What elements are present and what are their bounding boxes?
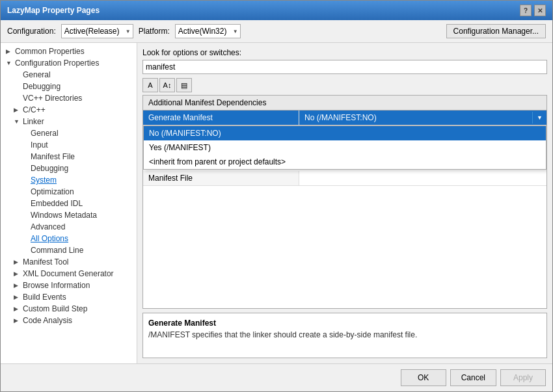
sort-button[interactable]: A↕ [159, 78, 175, 92]
property-value[interactable]: No (/MANIFEST:NO) ▼ [299, 111, 546, 125]
sidebar-item-label: Embedded IDL [31, 199, 83, 208]
main-area: ▶Common Properties▼Configuration Propert… [1, 43, 552, 363]
sidebar-item-label: Input [31, 140, 48, 150]
sidebar-item-label: C/C++ [23, 105, 46, 114]
sidebar-item-linker-system[interactable]: System [1, 174, 137, 186]
property-pages-dialog: LazyMap Property Pages ? ✕ Configuration… [0, 0, 553, 392]
sidebar-item-linker-windows-metadata[interactable]: Windows Metadata [1, 209, 137, 221]
expand-icon: ▶ [14, 282, 20, 289]
sidebar: ▶Common Properties▼Configuration Propert… [1, 43, 137, 363]
ok-button[interactable]: OK [401, 369, 446, 386]
search-label: Look for options or switches: [142, 48, 547, 57]
config-select-wrapper[interactable]: Active(Release) [61, 24, 133, 38]
dropdown-arrow-icon[interactable]: ▼ [532, 112, 546, 124]
expand-icon: ▼ [14, 118, 20, 125]
dialog-title: LazyMap Property Pages [7, 6, 100, 15]
property-key: Generate Manifest [143, 111, 299, 125]
expand-icon: ▼ [6, 60, 12, 66]
platform-select[interactable]: Active(Win32) [175, 24, 241, 38]
sidebar-item-label: XML Document Generator [23, 269, 114, 278]
expand-icon: ▶ [14, 259, 20, 265]
help-button[interactable]: ? [520, 5, 532, 16]
grid-button[interactable]: ▤ [176, 78, 192, 92]
sidebar-item-label: VC++ Directories [23, 94, 82, 103]
description-text: /MANIFEST specifies that the linker shou… [148, 330, 541, 339]
sidebar-item-linker-input[interactable]: Input [1, 139, 137, 151]
sidebar-item-debugging[interactable]: Debugging [1, 81, 137, 92]
expand-icon: ▶ [6, 48, 12, 55]
properties-table: Additional Manifest Dependencies Generat… [142, 95, 547, 309]
sidebar-item-linker-general[interactable]: General [1, 127, 137, 139]
sidebar-item-label: Build Events [23, 293, 66, 302]
sidebar-item-label: Common Properties [15, 47, 85, 56]
sidebar-item-linker-advanced[interactable]: Advanced [1, 221, 137, 233]
sidebar-item-label: Browse Information [23, 281, 90, 290]
sidebar-item-label: Windows Metadata [31, 211, 97, 220]
sidebar-item-custom-build-step[interactable]: ▶Custom Build Step [1, 303, 137, 315]
sidebar-item-build-events[interactable]: ▶Build Events [1, 291, 137, 303]
table-row[interactable]: Generate Manifest No (/MANIFEST:NO) ▼ [143, 111, 546, 125]
sidebar-item-label: General [31, 129, 59, 138]
toolbar-row: A A↕ ▤ [142, 78, 547, 92]
sidebar-item-label: Advanced [31, 222, 65, 231]
sidebar-item-code-analysis[interactable]: ▶Code Analysis [1, 315, 137, 326]
bottom-buttons: OK Cancel Apply [1, 363, 552, 391]
dropdown-option[interactable]: Yes (/MANIFEST) [144, 140, 546, 155]
title-bar: LazyMap Property Pages ? ✕ [1, 1, 552, 20]
title-bar-controls: ? ✕ [520, 5, 546, 16]
sidebar-item-common-properties[interactable]: ▶Common Properties [1, 46, 137, 57]
property-key: Manifest File [143, 171, 299, 185]
sidebar-item-manifest-tool[interactable]: ▶Manifest Tool [1, 256, 137, 268]
config-manager-button[interactable]: Configuration Manager... [446, 24, 546, 38]
cancel-button[interactable]: Cancel [450, 369, 496, 386]
sidebar-item-general[interactable]: General [1, 69, 137, 81]
expand-icon: ▶ [14, 294, 20, 300]
sidebar-item-label: Optimization [31, 187, 74, 196]
expand-icon: ▶ [14, 107, 20, 113]
apply-button[interactable]: Apply [500, 369, 546, 386]
platform-select-wrapper[interactable]: Active(Win32) [175, 24, 241, 38]
dropdown-option[interactable]: No (/MANIFEST:NO) [144, 126, 546, 140]
expand-icon: ▶ [14, 317, 20, 324]
table-row[interactable]: Manifest File [143, 171, 546, 186]
description-title: Generate Manifest [148, 319, 541, 328]
sidebar-item-label: Custom Build Step [23, 304, 87, 313]
search-input[interactable] [142, 60, 547, 74]
content-area: Look for options or switches: A A↕ ▤ Add… [137, 43, 552, 363]
sidebar-item-label: General [23, 70, 51, 79]
sidebar-item-vc-directories[interactable]: VC++ Directories [1, 92, 137, 104]
sidebar-item-label: System [31, 176, 57, 185]
sidebar-item-linker-debugging[interactable]: Debugging [1, 163, 137, 174]
sidebar-item-label: Manifest File [31, 152, 75, 161]
expand-icon: ▶ [14, 306, 20, 312]
sidebar-item-linker-all-options[interactable]: All Options [1, 233, 137, 244]
sidebar-item-linker-embedded-idl[interactable]: Embedded IDL [1, 198, 137, 209]
sidebar-item-c-cpp[interactable]: ▶C/C++ [1, 104, 137, 116]
expand-icon: ▶ [14, 270, 20, 277]
sidebar-item-label: Code Analysis [23, 316, 72, 325]
sidebar-item-browse-information[interactable]: ▶Browse Information [1, 280, 137, 291]
sidebar-item-label: Command Line [31, 246, 83, 255]
property-value[interactable] [299, 171, 546, 185]
table-header: Additional Manifest Dependencies [143, 96, 546, 111]
sidebar-item-label: Debugging [31, 164, 68, 173]
sidebar-item-linker-manifest-file[interactable]: Manifest File [1, 151, 137, 163]
config-select[interactable]: Active(Release) [61, 24, 133, 38]
close-button[interactable]: ✕ [534, 5, 546, 16]
platform-label: Platform: [139, 27, 170, 36]
description-box: Generate Manifest /MANIFEST specifies th… [142, 313, 547, 358]
sidebar-item-label: Debugging [23, 82, 61, 91]
sidebar-item-label: Linker [23, 117, 44, 126]
sidebar-item-xml-document-generator[interactable]: ▶XML Document Generator [1, 268, 137, 280]
sidebar-item-linker-command-line[interactable]: Command Line [1, 244, 137, 256]
dropdown-popup[interactable]: No (/MANIFEST:NO) Yes (/MANIFEST) <inher… [143, 125, 546, 170]
sidebar-item-label: All Options [31, 234, 68, 243]
sort-az-button[interactable]: A [142, 78, 158, 92]
sidebar-item-label: Configuration Properties [15, 59, 99, 68]
sidebar-item-linker[interactable]: ▼Linker [1, 116, 137, 127]
config-row: Configuration: Active(Release) Platform:… [1, 20, 552, 43]
sidebar-item-configuration-properties[interactable]: ▼Configuration Properties [1, 57, 137, 69]
sidebar-item-linker-optimization[interactable]: Optimization [1, 186, 137, 198]
dropdown-option[interactable]: <inherit from parent or project defaults… [144, 155, 546, 169]
sidebar-item-label: Manifest Tool [23, 257, 68, 267]
